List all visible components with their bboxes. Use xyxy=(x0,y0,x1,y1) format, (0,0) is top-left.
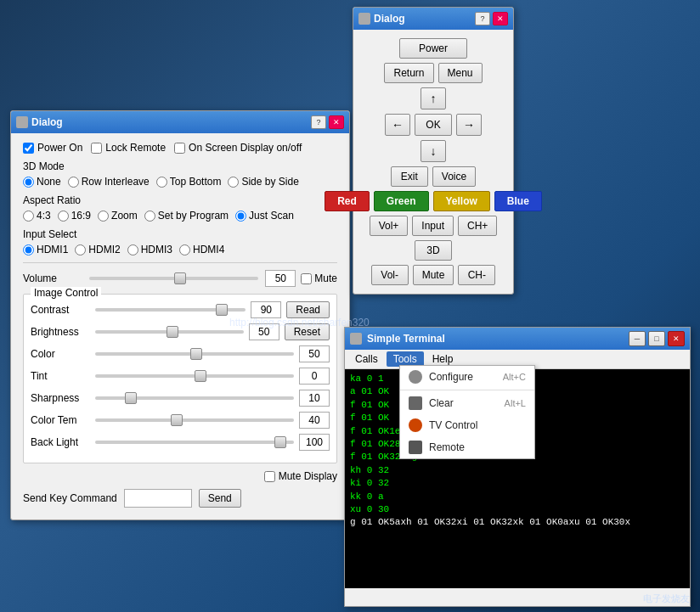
brightness-thumb[interactable] xyxy=(167,326,178,338)
read-button[interactable]: Read xyxy=(286,301,330,318)
ch-plus-button[interactable]: CH+ xyxy=(458,216,497,236)
mute-checkbox[interactable] xyxy=(301,273,312,284)
tint-track[interactable] xyxy=(95,374,294,378)
close-button[interactable]: ✕ xyxy=(329,115,344,129)
color-tem-thumb[interactable] xyxy=(171,414,183,426)
mode-top-radio[interactable] xyxy=(156,177,167,188)
hdmi2-radio[interactable] xyxy=(75,244,86,255)
right-arrow-button[interactable]: → xyxy=(456,114,482,136)
mute-remote-button[interactable]: Mute xyxy=(413,265,454,285)
ar-4-3-label[interactable]: 4:3 xyxy=(23,210,51,222)
hdmi1-label[interactable]: HDMI1 xyxy=(23,244,68,255)
tint-thumb[interactable] xyxy=(195,370,206,382)
mode-none-label[interactable]: None xyxy=(23,176,61,188)
remote-help-button[interactable]: ? xyxy=(475,12,490,25)
context-tv-control[interactable]: TV Control xyxy=(400,414,534,436)
color-track[interactable] xyxy=(95,352,294,356)
blue-button[interactable]: Blue xyxy=(494,191,542,211)
tint-row: Tint xyxy=(31,368,330,385)
context-clear[interactable]: Clear Alt+L xyxy=(400,392,534,414)
green-button[interactable]: Green xyxy=(374,191,429,211)
contrast-track[interactable] xyxy=(95,308,246,312)
send-key-input[interactable] xyxy=(124,489,192,508)
color-input[interactable] xyxy=(299,345,330,362)
mute-display-label[interactable]: Mute Display xyxy=(264,470,337,482)
color-tem-input[interactable] xyxy=(299,412,330,429)
vol-plus-button[interactable]: Vol+ xyxy=(370,216,409,236)
sharpness-thumb[interactable] xyxy=(125,392,137,404)
input-button[interactable]: Input xyxy=(412,216,454,236)
contrast-input[interactable] xyxy=(251,301,281,318)
back-light-track[interactable] xyxy=(95,441,294,444)
ar-just-label[interactable]: Just Scan xyxy=(235,210,294,222)
vol-minus-button[interactable]: Vol- xyxy=(371,265,409,285)
ar-16-9-radio[interactable] xyxy=(58,211,69,222)
terminal-maximize-button[interactable]: □ xyxy=(648,331,665,346)
ok-button[interactable]: OK xyxy=(415,114,452,136)
yellow-button[interactable]: Yellow xyxy=(433,191,490,211)
remote-close-button[interactable]: ✕ xyxy=(493,12,508,25)
contrast-thumb[interactable] xyxy=(216,304,228,316)
3d-button[interactable]: 3D xyxy=(415,240,452,261)
power-on-label[interactable]: Power On xyxy=(23,142,82,154)
power-on-checkbox[interactable] xyxy=(23,143,34,154)
color-tem-track[interactable] xyxy=(95,418,294,422)
hdmi2-label[interactable]: HDMI2 xyxy=(75,244,120,255)
brightness-track[interactable] xyxy=(95,330,244,334)
volume-track[interactable] xyxy=(89,277,258,280)
mute-checkbox-label[interactable]: Mute xyxy=(301,272,337,284)
osd-checkbox[interactable] xyxy=(174,143,185,154)
red-button[interactable]: Red xyxy=(325,191,370,211)
mode-side-label[interactable]: Side by Side xyxy=(228,176,298,188)
mute-display-checkbox[interactable] xyxy=(264,471,275,482)
lock-remote-label[interactable]: Lock Remote xyxy=(91,142,166,154)
mode-none-radio[interactable] xyxy=(23,177,34,188)
mode-row-label[interactable]: Row Interleave xyxy=(68,176,150,188)
back-light-input[interactable] xyxy=(299,434,330,451)
hdmi4-label[interactable]: HDMI4 xyxy=(179,244,224,255)
sharpness-track[interactable] xyxy=(95,396,294,400)
color-thumb[interactable] xyxy=(190,348,202,360)
volume-label: Volume xyxy=(23,272,82,284)
ar-set-label[interactable]: Set by Program xyxy=(144,210,229,222)
hdmi4-radio[interactable] xyxy=(179,244,190,255)
ar-zoom-radio[interactable] xyxy=(98,211,109,222)
help-button[interactable]: ? xyxy=(311,115,326,129)
voice-button[interactable]: Voice xyxy=(432,166,476,187)
up-arrow-button[interactable]: ↑ xyxy=(421,87,446,109)
aspect-ratio-label: Aspect Ratio xyxy=(23,194,337,206)
ar-just-radio[interactable] xyxy=(235,211,246,222)
mode-side-radio[interactable] xyxy=(228,177,239,188)
ar-4-3-radio[interactable] xyxy=(23,211,34,222)
menu-calls[interactable]: Calls xyxy=(348,351,385,367)
context-remote[interactable]: Remote xyxy=(400,436,534,458)
ar-16-9-label[interactable]: 16:9 xyxy=(58,210,91,222)
volume-input[interactable]: 50 xyxy=(265,270,296,287)
sharpness-input[interactable] xyxy=(299,390,330,407)
context-configure[interactable]: Configure Alt+C xyxy=(400,366,534,388)
volume-thumb[interactable] xyxy=(174,272,186,284)
down-arrow-button[interactable]: ↓ xyxy=(421,140,446,162)
mode-top-label[interactable]: Top Bottom xyxy=(156,176,222,188)
mode-row-radio[interactable] xyxy=(68,177,79,188)
return-button[interactable]: Return xyxy=(384,63,433,83)
hdmi3-radio[interactable] xyxy=(127,244,138,255)
context-divider xyxy=(400,390,534,390)
osd-label[interactable]: On Screen Display on/off xyxy=(174,142,302,154)
hdmi1-radio[interactable] xyxy=(23,244,34,255)
exit-button[interactable]: Exit xyxy=(391,166,428,187)
left-arrow-button[interactable]: ← xyxy=(385,114,410,136)
back-light-thumb[interactable] xyxy=(274,436,286,448)
ch-minus-button[interactable]: CH- xyxy=(458,265,495,285)
terminal-minimize-button[interactable]: ─ xyxy=(629,331,646,346)
power-button[interactable]: Power xyxy=(399,38,467,59)
lock-remote-checkbox[interactable] xyxy=(91,143,102,154)
ar-set-radio[interactable] xyxy=(144,211,155,222)
send-button[interactable]: Send xyxy=(199,489,241,508)
menu-button[interactable]: Menu xyxy=(438,63,483,83)
terminal-close-button[interactable]: ✕ xyxy=(668,331,685,346)
remote-dialog-icon xyxy=(358,13,370,25)
tint-input[interactable] xyxy=(299,368,330,385)
hdmi3-label[interactable]: HDMI3 xyxy=(127,244,172,255)
ar-zoom-label[interactable]: Zoom xyxy=(98,210,138,222)
